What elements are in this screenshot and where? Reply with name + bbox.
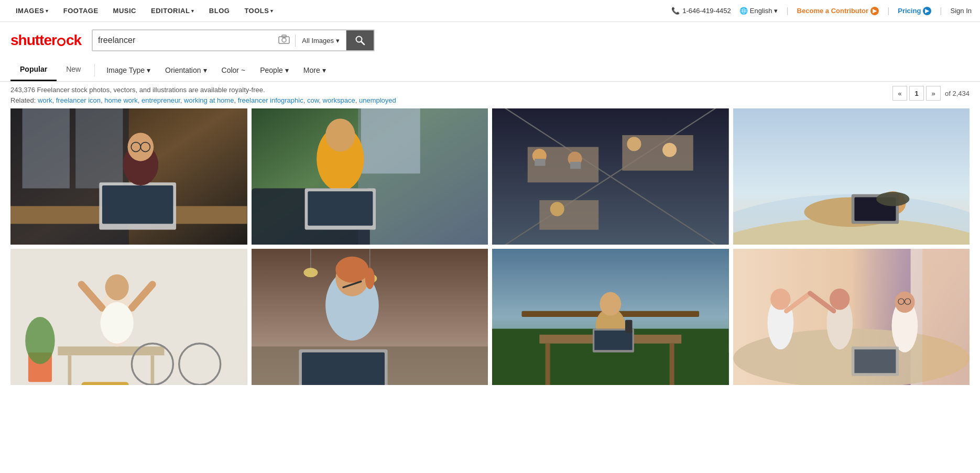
- header: shutterck All Images ▾: [0, 22, 980, 59]
- nav-tools[interactable]: TOOLS ▾: [237, 0, 281, 22]
- filter-people[interactable]: People ▾: [253, 61, 296, 80]
- image-card-5[interactable]: [10, 249, 247, 385]
- related-entrepreneur[interactable]: entrepreneur: [141, 96, 180, 104]
- top-navigation: IMAGES ▾ FOOTAGE MUSIC EDITORIAL ▾ BLOG …: [0, 0, 980, 22]
- image-card-3[interactable]: [492, 108, 729, 245]
- results-related: Related: work, freelancer icon, home wor…: [10, 96, 396, 104]
- phone-icon: 📞: [671, 7, 680, 15]
- related-work[interactable]: work: [38, 96, 52, 104]
- pagination: « 1 » of 2,434: [892, 86, 970, 101]
- separator-2: |: [887, 6, 889, 16]
- related-freelancer-infographic[interactable]: freelancer infographic: [238, 96, 303, 104]
- filter-color[interactable]: Color ~: [214, 61, 253, 80]
- nav-images[interactable]: IMAGES ▾: [8, 0, 56, 22]
- nav-footage[interactable]: FOOTAGE: [56, 0, 106, 22]
- logo[interactable]: shutterck: [10, 32, 81, 49]
- image-type-arrow: ▾: [147, 66, 150, 74]
- tools-arrow: ▾: [270, 8, 274, 14]
- top-nav-right: 📞 1-646-419-4452 🌐 English ▾ | Become a …: [671, 6, 972, 16]
- svg-rect-2: [282, 35, 286, 37]
- pagination-prev[interactable]: «: [892, 86, 907, 101]
- logo-text: shutterck: [10, 32, 81, 49]
- sign-in-link[interactable]: Sign In: [951, 7, 972, 15]
- nav-blog[interactable]: BLOG: [202, 0, 237, 22]
- lang-arrow: ▾: [774, 7, 778, 15]
- color-arrow: ~: [241, 66, 245, 74]
- results-header-row: 243,376 Freelancer stock photos, vectors…: [0, 82, 980, 108]
- pricing-link[interactable]: Pricing ▶: [898, 7, 931, 15]
- results-count: 243,376 Freelancer stock photos, vectors…: [10, 86, 396, 94]
- image-card-2[interactable]: [252, 108, 488, 245]
- related-home-work[interactable]: home work: [104, 96, 138, 104]
- pagination-current[interactable]: 1: [909, 86, 924, 101]
- search-bar: All Images ▾: [92, 29, 375, 51]
- image-card-1[interactable]: [10, 108, 247, 245]
- related-workspace[interactable]: workspace: [323, 96, 355, 104]
- editorial-arrow: ▾: [191, 8, 194, 14]
- logo-o: [57, 38, 66, 46]
- search-input[interactable]: [93, 36, 273, 45]
- pricing-icon: ▶: [923, 7, 931, 15]
- globe-icon: 🌐: [739, 7, 748, 15]
- svg-point-1: [282, 38, 286, 42]
- filter-bar: Popular New Image Type ▾ Orientation ▾ C…: [0, 59, 980, 82]
- nav-music[interactable]: MUSIC: [106, 0, 144, 22]
- people-arrow: ▾: [285, 66, 289, 74]
- related-unemployed[interactable]: unemployed: [359, 96, 396, 104]
- orientation-arrow: ▾: [203, 66, 207, 74]
- svg-line-4: [362, 42, 365, 45]
- filter-orientation[interactable]: Orientation ▾: [158, 61, 214, 80]
- related-freelancer-icon[interactable]: freelancer icon: [56, 96, 101, 104]
- language-selector[interactable]: 🌐 English ▾: [739, 7, 778, 15]
- images-arrow: ▾: [46, 8, 49, 14]
- become-contributor-link[interactable]: Become a Contributor ▶: [797, 7, 879, 15]
- related-label: Related:: [10, 96, 36, 104]
- more-arrow: ▾: [322, 66, 326, 74]
- pagination-next[interactable]: »: [926, 86, 941, 101]
- related-cow[interactable]: cow: [307, 96, 319, 104]
- search-type-arrow: ▾: [336, 37, 340, 45]
- tab-popular[interactable]: Popular: [10, 59, 57, 81]
- tab-new[interactable]: New: [57, 59, 90, 81]
- camera-search-icon[interactable]: [273, 35, 296, 47]
- separator-3: |: [940, 6, 942, 16]
- nav-editorial[interactable]: EDITORIAL ▾: [144, 0, 202, 22]
- top-nav-left: IMAGES ▾ FOOTAGE MUSIC EDITORIAL ▾ BLOG …: [8, 0, 281, 22]
- filter-more[interactable]: More ▾: [296, 61, 333, 80]
- contributor-icon: ▶: [870, 7, 879, 15]
- separator-1: |: [786, 6, 788, 16]
- phone-number: 📞 1-646-419-4452: [671, 7, 731, 15]
- filter-separator: [94, 64, 95, 76]
- image-grid: [0, 108, 980, 395]
- image-card-6[interactable]: [252, 249, 488, 385]
- image-card-7[interactable]: [492, 249, 729, 385]
- image-card-8[interactable]: [733, 249, 970, 385]
- search-button[interactable]: [346, 30, 374, 50]
- filter-image-type[interactable]: Image Type ▾: [99, 61, 158, 80]
- results-info: 243,376 Freelancer stock photos, vectors…: [10, 86, 396, 104]
- related-working-at-home[interactable]: working at home: [184, 96, 234, 104]
- search-type-dropdown[interactable]: All Images ▾: [296, 30, 346, 50]
- image-card-4[interactable]: [733, 108, 970, 245]
- pagination-total: of 2,434: [945, 90, 970, 97]
